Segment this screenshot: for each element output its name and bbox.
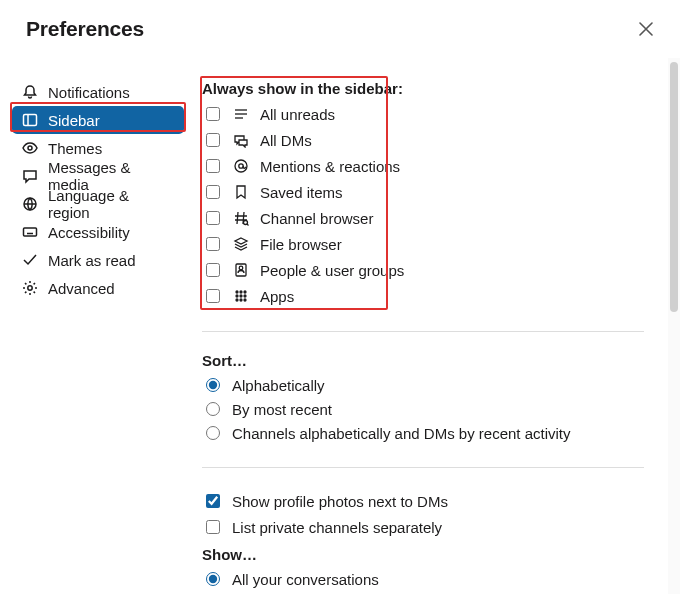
unreads-icon	[232, 106, 250, 122]
radio-channels-dms[interactable]	[206, 426, 220, 440]
people-icon	[232, 262, 250, 278]
checkbox-mentions-reactions[interactable]	[206, 159, 220, 173]
option-mentions-reactions[interactable]: Mentions & reactions	[202, 153, 644, 179]
nav-label: Mark as read	[48, 252, 136, 269]
option-apps[interactable]: Apps	[202, 283, 644, 309]
keyboard-icon	[22, 224, 38, 240]
svg-point-22	[240, 291, 242, 293]
option-label: Show profile photos next to DMs	[232, 493, 448, 510]
nav-sidebar: Notifications Sidebar Themes Messages & …	[0, 58, 194, 594]
checkbox-all-dms[interactable]	[206, 133, 220, 147]
section-title-always-show: Always show in the sidebar:	[202, 80, 644, 97]
option-label: Channel browser	[260, 210, 373, 227]
close-button[interactable]	[634, 17, 658, 41]
nav-item-accessibility[interactable]: Accessibility	[12, 218, 184, 246]
option-file-browser[interactable]: File browser	[202, 231, 644, 257]
checkbox-apps[interactable]	[206, 289, 220, 303]
option-label: Saved items	[260, 184, 343, 201]
svg-point-21	[236, 291, 238, 293]
show-option-all-conversations[interactable]: All your conversations	[202, 567, 644, 591]
eye-icon	[22, 140, 38, 156]
option-show-profile-photos[interactable]: Show profile photos next to DMs	[202, 488, 644, 514]
option-label: All DMs	[260, 132, 312, 149]
nav-item-language-region[interactable]: Language & region	[12, 190, 184, 218]
checkbox-show-profile-photos[interactable]	[206, 494, 220, 508]
channel-browser-icon	[232, 210, 250, 226]
option-saved-items[interactable]: Saved items	[202, 179, 644, 205]
radio-label: By most recent	[232, 401, 332, 418]
svg-point-28	[240, 299, 242, 301]
svg-point-24	[236, 295, 238, 297]
sort-option-alphabetically[interactable]: Alphabetically	[202, 373, 644, 397]
close-icon	[639, 22, 653, 36]
radio-alphabetically[interactable]	[206, 378, 220, 392]
checkbox-people-user-groups[interactable]	[206, 263, 220, 277]
svg-point-29	[244, 299, 246, 301]
sort-option-most-recent[interactable]: By most recent	[202, 397, 644, 421]
message-icon	[22, 168, 38, 184]
svg-line-18	[247, 224, 249, 226]
nav-label: Themes	[48, 140, 102, 157]
svg-point-20	[239, 266, 243, 270]
option-label: File browser	[260, 236, 342, 253]
checkbox-file-browser[interactable]	[206, 237, 220, 251]
nav-label: Advanced	[48, 280, 115, 297]
svg-rect-4	[24, 228, 37, 236]
svg-point-15	[235, 160, 247, 172]
svg-point-25	[240, 295, 242, 297]
check-icon	[22, 252, 38, 268]
svg-point-23	[244, 291, 246, 293]
sort-option-channels-dms[interactable]: Channels alphabetically and DMs by recen…	[202, 421, 644, 445]
nav-label: Notifications	[48, 84, 130, 101]
nav-label: Sidebar	[48, 112, 100, 129]
checkbox-saved-items[interactable]	[206, 185, 220, 199]
option-all-dms[interactable]: All DMs	[202, 127, 644, 153]
option-label: Apps	[260, 288, 294, 305]
nav-item-notifications[interactable]: Notifications	[12, 78, 184, 106]
checkbox-all-unreads[interactable]	[206, 107, 220, 121]
radio-most-recent[interactable]	[206, 402, 220, 416]
divider	[202, 467, 644, 468]
section-title-sort: Sort…	[202, 352, 644, 369]
nav-label: Language & region	[48, 187, 174, 221]
nav-item-advanced[interactable]: Advanced	[12, 274, 184, 302]
section-title-show: Show…	[202, 546, 644, 563]
body: Notifications Sidebar Themes Messages & …	[0, 58, 680, 594]
svg-point-16	[239, 164, 243, 168]
option-label: Mentions & reactions	[260, 158, 400, 175]
svg-point-27	[236, 299, 238, 301]
divider	[202, 331, 644, 332]
nav-item-themes[interactable]: Themes	[12, 134, 184, 162]
radio-label: Alphabetically	[232, 377, 325, 394]
scrollbar-thumb[interactable]	[670, 62, 678, 312]
option-label: All unreads	[260, 106, 335, 123]
radio-label: Channels alphabetically and DMs by recen…	[232, 425, 571, 442]
option-all-unreads[interactable]: All unreads	[202, 101, 644, 127]
apps-icon	[232, 288, 250, 304]
option-people-user-groups[interactable]: People & user groups	[202, 257, 644, 283]
content-scroll[interactable]: Always show in the sidebar: All unreads …	[194, 58, 680, 594]
option-label: People & user groups	[260, 262, 404, 279]
option-list-private-channels[interactable]: List private channels separately	[202, 514, 644, 540]
nav-item-sidebar[interactable]: Sidebar	[12, 106, 184, 134]
svg-point-26	[244, 295, 246, 297]
nav-item-mark-as-read[interactable]: Mark as read	[12, 246, 184, 274]
file-browser-icon	[232, 236, 250, 252]
content: Always show in the sidebar: All unreads …	[194, 58, 644, 594]
radio-all-conversations[interactable]	[206, 572, 220, 586]
checkbox-list-private-channels[interactable]	[206, 520, 220, 534]
header: Preferences	[0, 0, 680, 58]
option-channel-browser[interactable]: Channel browser	[202, 205, 644, 231]
gear-icon	[22, 280, 38, 296]
svg-point-11	[28, 286, 32, 290]
at-icon	[232, 158, 250, 174]
page-title: Preferences	[26, 17, 144, 41]
preferences-window: Preferences Notifications Sidebar Themes…	[0, 0, 680, 594]
svg-rect-0	[24, 115, 37, 126]
sidebar-icon	[22, 112, 38, 128]
nav-label: Accessibility	[48, 224, 130, 241]
radio-label: All your conversations	[232, 571, 379, 588]
bell-icon	[22, 84, 38, 100]
nav-item-messages-media[interactable]: Messages & media	[12, 162, 184, 190]
checkbox-channel-browser[interactable]	[206, 211, 220, 225]
